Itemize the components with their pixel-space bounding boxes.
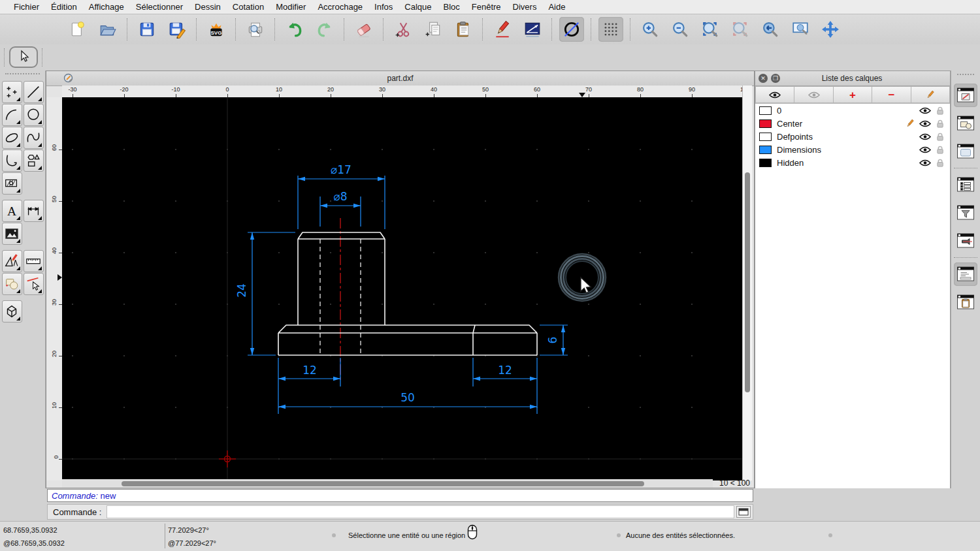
arc-tool-button[interactable] [2, 104, 22, 126]
modify-shapes-tool-button[interactable] [2, 273, 22, 295]
show-all-layers-button[interactable] [755, 86, 794, 103]
menu-fenetre[interactable]: Fenêtre [466, 2, 507, 12]
box-3d-tool-button[interactable] [2, 300, 22, 323]
menu-affichage[interactable]: Affichage [83, 2, 130, 12]
image-tool-button[interactable] [2, 223, 22, 245]
menu-accrochage[interactable]: Accrochage [312, 2, 368, 12]
menu-dessin[interactable]: Dessin [189, 2, 227, 12]
layer-visibility-eye-icon[interactable] [919, 146, 931, 153]
layer-color-swatch[interactable] [759, 159, 772, 167]
spline-tool-button[interactable] [24, 127, 44, 149]
menu-selectionner[interactable]: Sélectionner [130, 2, 189, 12]
open-file-button[interactable] [95, 17, 120, 42]
grid-toggle-button[interactable] [598, 17, 623, 42]
layer-color-swatch[interactable] [759, 146, 772, 154]
layer-row-dimensions[interactable]: Dimensions [755, 143, 950, 156]
add-layer-button[interactable]: + [834, 86, 872, 103]
zoom-window-button[interactable] [788, 17, 813, 42]
draw-pencil-button[interactable] [490, 17, 515, 42]
library-browser-dock-button[interactable] [954, 140, 977, 163]
pen-settings-dock-button[interactable] [954, 229, 977, 253]
block-list-dock-button[interactable] [954, 112, 977, 135]
zoom-out-button[interactable] [668, 17, 693, 42]
save-as-button[interactable] [165, 17, 189, 42]
layer-color-swatch[interactable] [759, 119, 772, 128]
svg-export-button[interactable]: SVG [204, 17, 229, 42]
copy-button[interactable] [421, 17, 446, 42]
cut-button[interactable] [391, 17, 416, 42]
select-tool-button[interactable] [9, 46, 38, 68]
line-tool-button[interactable] [24, 81, 44, 103]
entity-filter-dock-button[interactable] [954, 201, 977, 225]
layer-lock-icon[interactable] [934, 106, 946, 115]
undo-button[interactable] [282, 17, 307, 42]
layer-row-0[interactable]: 0 [755, 104, 950, 117]
polyline-tool-button[interactable] [2, 150, 22, 172]
zoom-selection-button[interactable] [728, 17, 753, 42]
redo-button[interactable] [312, 17, 337, 42]
select-line-tool-button[interactable] [24, 273, 44, 295]
detach-icon[interactable]: ❐ [771, 74, 780, 83]
menu-modifier[interactable]: Modifier [270, 2, 312, 12]
layer-visibility-eye-icon[interactable] [919, 120, 931, 127]
layer-color-swatch[interactable] [759, 106, 772, 115]
shapes-tool-button[interactable] [24, 150, 44, 172]
new-file-button[interactable] [65, 17, 90, 42]
paste-button[interactable] [451, 17, 476, 42]
menu-infos[interactable]: Infos [368, 2, 399, 12]
menu-bloc[interactable]: Bloc [437, 2, 465, 12]
drawing-canvas[interactable]: ⌀17 ⌀8 24 6 12 12 50 [62, 97, 744, 480]
layer-lock-icon[interactable] [934, 119, 946, 128]
polar-coordinates: 77.2029<27° [168, 526, 209, 534]
zoom-auto-button[interactable] [698, 17, 723, 42]
menu-cotation[interactable]: Cotation [227, 2, 270, 12]
circle-slash-button[interactable] [559, 17, 584, 42]
document-titlebar[interactable]: part.dxf [46, 71, 754, 86]
horizontal-scrollbar[interactable] [62, 479, 713, 488]
circle-tool-button[interactable] [24, 104, 44, 126]
layer-list-dock-button[interactable] [954, 84, 977, 107]
edit-layer-button[interactable] [911, 86, 950, 103]
layer-visibility-eye-icon[interactable] [919, 133, 931, 140]
vertical-scrollbar[interactable] [742, 86, 752, 480]
ellipse-tool-button[interactable] [2, 127, 22, 149]
layer-lock-icon[interactable] [934, 146, 946, 154]
horizontal-scrollbar-thumb[interactable] [122, 481, 644, 486]
clipboard-panel-dock-button[interactable] [954, 291, 977, 314]
zoom-in-button[interactable] [638, 17, 662, 42]
menu-fichier[interactable]: Fichier [8, 2, 45, 12]
layer-color-swatch[interactable] [759, 133, 772, 141]
dimension-tool-button[interactable] [24, 200, 44, 222]
hatch-tool-button[interactable] [2, 172, 22, 195]
print-preview-button[interactable] [243, 17, 268, 42]
delete-eraser-button[interactable] [351, 17, 376, 42]
pan-button[interactable] [818, 17, 843, 42]
layer-visibility-eye-icon[interactable] [919, 159, 931, 166]
layer-lock-icon[interactable] [934, 159, 946, 167]
command-widget-dock-button[interactable] [954, 262, 977, 286]
menu-aide[interactable]: Aide [542, 2, 571, 12]
layer-row-center[interactable]: Center [755, 117, 950, 130]
layer-lock-icon[interactable] [934, 133, 946, 141]
close-icon[interactable]: ✕ [759, 74, 768, 83]
zoom-previous-button[interactable] [758, 17, 783, 42]
layer-row-defpoints[interactable]: Defpoints [755, 130, 950, 143]
menu-edition[interactable]: Édition [45, 2, 83, 12]
line-angle-button[interactable] [520, 17, 545, 42]
text-tool-button[interactable]: A [2, 200, 22, 222]
draw-tools-tool-button[interactable] [2, 250, 22, 272]
command-input[interactable] [106, 505, 734, 518]
layer-row-hidden[interactable]: Hidden [755, 156, 950, 169]
measure-ruler-tool-button[interactable] [24, 250, 44, 272]
entity-list-dock-button[interactable] [954, 173, 977, 197]
menu-calque[interactable]: Calque [399, 2, 437, 12]
remove-layer-button[interactable]: − [872, 86, 911, 103]
keyboard-icon[interactable] [736, 506, 751, 518]
layer-visibility-eye-icon[interactable] [919, 107, 931, 114]
menu-divers[interactable]: Divers [507, 2, 543, 12]
command-history[interactable]: Commande: new [47, 489, 753, 502]
hide-all-layers-button[interactable] [794, 86, 833, 103]
points-tool-button[interactable] [2, 81, 22, 103]
vertical-scrollbar-thumb[interactable] [745, 172, 750, 392]
save-button[interactable] [135, 17, 159, 42]
